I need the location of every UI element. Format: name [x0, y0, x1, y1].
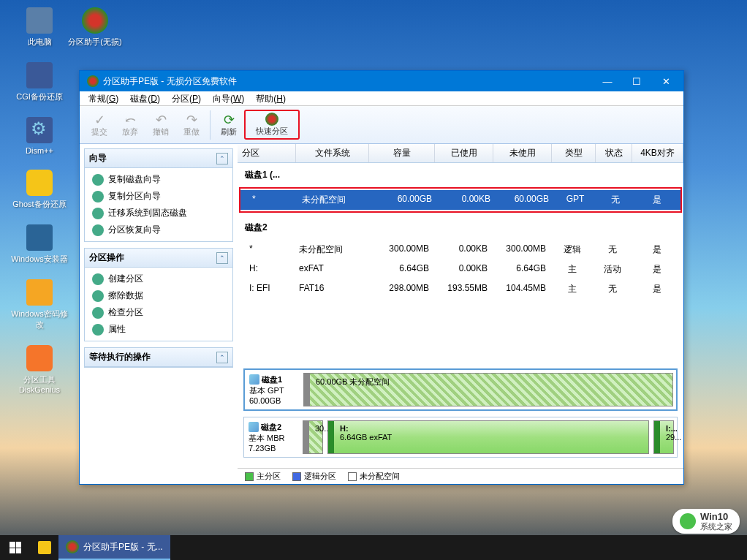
quick-partition-icon [265, 113, 278, 126]
desktop-icon-diskgenius[interactable]: 分区工具DiskGenius [10, 345, 69, 394]
collapse-icon[interactable]: ⌃ [216, 352, 228, 363]
th-free[interactable]: 未使用 [493, 144, 552, 162]
desktop-icon-cgi-backup[interactable]: CGI备份还原 [10, 62, 69, 102]
toolbar-separator [210, 110, 211, 140]
watermark-badge: Win10系统之家 [672, 509, 740, 534]
op-properties[interactable]: 属性 [85, 321, 232, 338]
th-type[interactable]: 类型 [552, 144, 596, 162]
maximize-button[interactable]: ☐ [622, 71, 651, 91]
partition-block-h[interactable]: H:6.64GB exFAT [327, 420, 649, 454]
sidebar: 向导 ⌃ 复制磁盘向导 复制分区向导 迁移系统到固态磁盘 分区恢复向导 分区操作… [80, 144, 238, 484]
action-icon [92, 307, 104, 319]
collapse-icon[interactable]: ⌃ [216, 252, 228, 264]
desktop-icon-ghost[interactable]: Ghost备份还原 [10, 170, 69, 210]
action-icon [92, 324, 104, 336]
menu-general[interactable]: 常规(G) [83, 91, 124, 105]
winst-icon [26, 224, 53, 251]
menu-wizard[interactable]: 向导(W) [207, 91, 250, 105]
toolbar: ✓提交 ⤺放弃 ↶撤销 ↷重做 ⟳刷新 快速分区 [80, 106, 683, 144]
partition-block-small1[interactable]: 30... [303, 420, 323, 454]
op-check-partition[interactable]: 检查分区 [85, 304, 232, 321]
legend-unalloc: 未分配空间 [348, 471, 400, 482]
action-icon [92, 174, 104, 186]
legend-primary: 主分区 [245, 471, 281, 482]
undo-icon: ↶ [156, 112, 167, 126]
task-partition-assistant[interactable]: 分区助手PE版 - 无... [58, 535, 170, 560]
menu-help[interactable]: 帮助(H) [250, 91, 292, 105]
window-controls: — ☐ ✕ [593, 71, 680, 91]
partition-ops-panel: 分区操作 ⌃ 创建分区 擦除数据 检查分区 属性 [84, 248, 233, 341]
legend-logical: 逻辑分区 [292, 471, 336, 482]
minimize-button[interactable]: — [593, 71, 622, 91]
table-body: 磁盘1 (... * 未分配空间 60.00GB 0.00KB 60.00GB … [238, 163, 683, 364]
close-button[interactable]: ✕ [651, 71, 680, 91]
th-status[interactable]: 状态 [596, 144, 632, 162]
collapse-icon[interactable]: ⌃ [216, 153, 228, 164]
desktop-icon-win-installer[interactable]: Windows安装器 [10, 224, 69, 265]
app-window: 分区助手PE版 - 无损分区免费软件 — ☐ ✕ 常规(G) 磁盘(D) 分区(… [79, 70, 684, 485]
desktop-icon-partition-assistant[interactable]: 分区助手(无损) [66, 7, 124, 48]
pending-panel-header: 等待执行的操作 ⌃ [85, 348, 232, 367]
th-4kb-align[interactable]: 4KB对齐 [632, 144, 683, 162]
disk-icon [249, 422, 259, 432]
watermark-icon [680, 513, 696, 529]
desktop-icons-col1: 此电脑 CGI备份还原 Dism++ Ghost备份还原 Windows安装器 … [10, 7, 69, 409]
undo-button[interactable]: ↶撤销 [145, 110, 176, 140]
refresh-button[interactable]: ⟳刷新 [213, 110, 244, 140]
commit-button[interactable]: ✓提交 [84, 110, 115, 140]
winpw-icon [26, 279, 53, 306]
pending-panel: 等待执行的操作 ⌃ [84, 347, 233, 368]
th-used[interactable]: 已使用 [435, 144, 493, 162]
ghost-icon [26, 170, 53, 196]
op-wipe-data[interactable]: 擦除数据 [85, 287, 232, 304]
wizard-recover-partition[interactable]: 分区恢复向导 [85, 222, 232, 238]
action-icon [92, 208, 104, 219]
op-create-partition[interactable]: 创建分区 [85, 270, 232, 287]
menu-partition[interactable]: 分区(P) [166, 91, 207, 105]
desktop-icon-win-password[interactable]: Windows密码修改 [10, 279, 69, 330]
redo-icon: ↷ [186, 112, 197, 126]
task-file-explorer[interactable] [31, 535, 58, 560]
main-panel: 分区 文件系统 容量 已使用 未使用 类型 状态 4KB对齐 磁盘1 (... … [238, 144, 683, 484]
wizard-migrate-ssd[interactable]: 迁移系统到固态磁盘 [85, 205, 232, 222]
disk-icon [249, 374, 259, 385]
action-icon [92, 290, 104, 302]
start-button[interactable] [0, 535, 31, 560]
action-icon [92, 224, 104, 236]
menubar: 常规(G) 磁盘(D) 分区(P) 向导(W) 帮助(H) [80, 91, 683, 106]
wizard-copy-disk[interactable]: 复制磁盘向导 [85, 171, 232, 188]
titlebar[interactable]: 分区助手PE版 - 无损分区免费软件 — ☐ ✕ [80, 71, 683, 91]
discard-button[interactable]: ⤺放弃 [115, 110, 145, 140]
partition-block-unalloc[interactable]: 60.00GB 未分配空间 [303, 373, 673, 406]
partition-block-i[interactable]: I:...29... [653, 420, 674, 454]
window-title: 分区助手PE版 - 无损分区免费软件 [103, 75, 593, 88]
disk1-visual[interactable]: 磁盘1 基本 GPT 60.00GB 60.00GB 未分配空间 [243, 368, 678, 411]
quick-partition-button[interactable]: 快速分区 [244, 110, 300, 140]
disk2-info: 磁盘2 基本 MBR 7.23GB [247, 420, 298, 454]
table-row[interactable]: H: exFAT 6.64GB 0.00KB 6.64GB 主 活动 是 [238, 260, 683, 279]
content-area: 向导 ⌃ 复制磁盘向导 复制分区向导 迁移系统到固态磁盘 分区恢复向导 分区操作… [80, 144, 683, 484]
refresh-icon: ⟳ [224, 112, 235, 126]
disk1-title[interactable]: 磁盘1 (... [238, 163, 683, 187]
disk2-visual[interactable]: 磁盘2 基本 MBR 7.23GB 30... H:6.64GB exFAT [243, 417, 678, 458]
cgi-icon [26, 62, 53, 88]
th-capacity[interactable]: 容量 [369, 144, 435, 162]
table-row[interactable]: I: EFI FAT16 298.00MB 193.55MB 104.45MB … [238, 279, 683, 299]
table-row[interactable]: * 未分配空间 60.00GB 0.00KB 60.00GB GPT 无 是 [240, 190, 680, 210]
disk1-info: 磁盘1 基本 GPT 60.00GB [248, 373, 299, 406]
th-partition[interactable]: 分区 [238, 144, 296, 162]
disk2-title[interactable]: 磁盘2 [238, 216, 683, 240]
th-filesystem[interactable]: 文件系统 [296, 144, 369, 162]
table-row[interactable]: * 未分配空间 300.00MB 0.00KB 300.00MB 逻辑 无 是 [238, 240, 683, 260]
desktop-icon-dism[interactable]: Dism++ [10, 117, 69, 155]
menu-disk[interactable]: 磁盘(D) [124, 91, 166, 105]
redo-button[interactable]: ↷重做 [176, 110, 207, 140]
action-icon [92, 273, 104, 285]
wizard-panel-header: 向导 ⌃ [85, 149, 232, 168]
wizard-copy-partition[interactable]: 复制分区向导 [85, 188, 232, 205]
windows-icon [10, 542, 21, 553]
pa-icon [82, 7, 108, 34]
commit-icon: ✓ [94, 112, 105, 126]
legend: 主分区 逻辑分区 未分配空间 [238, 468, 683, 484]
desktop-icon-this-pc[interactable]: 此电脑 [10, 7, 69, 48]
